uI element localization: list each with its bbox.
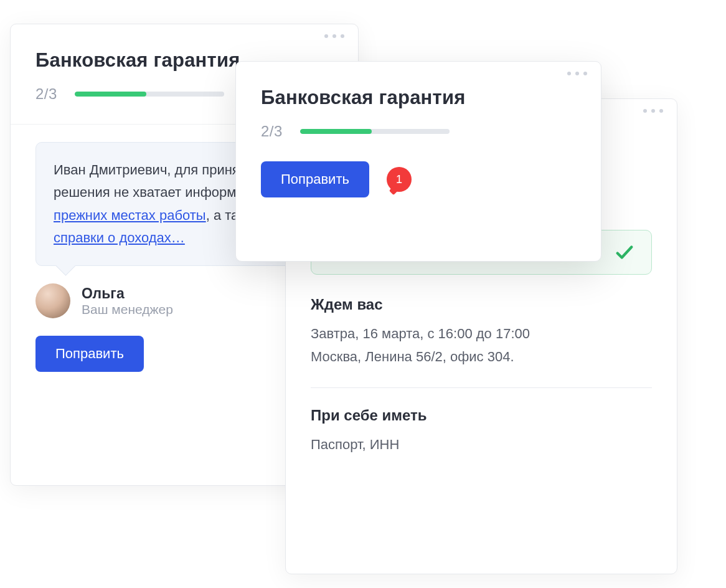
notification-count: 1 xyxy=(396,173,402,186)
wait-title: Ждем вас xyxy=(311,296,652,313)
more-icon[interactable] xyxy=(567,72,587,75)
progress-label: 2/3 xyxy=(261,123,283,140)
notification-badge[interactable]: 1 xyxy=(387,167,412,192)
progress-bar xyxy=(300,129,450,134)
divider xyxy=(311,387,652,388)
progress-label: 2/3 xyxy=(35,85,57,103)
wait-address: Москва, Ленина 56/2, офис 304. xyxy=(311,345,652,368)
manager-name: Ольга xyxy=(82,285,173,302)
more-icon[interactable] xyxy=(643,109,663,113)
link-previous-jobs[interactable]: прежних местах работы xyxy=(54,207,206,223)
link-income-certificate[interactable]: справки о доходах… xyxy=(54,230,185,245)
avatar xyxy=(35,283,70,318)
progress-row: 2/3 xyxy=(261,123,576,140)
wait-datetime: Завтра, 16 марта, с 16:00 до 17:00 xyxy=(311,322,652,345)
fix-button[interactable]: Поправить xyxy=(261,161,369,197)
progress-bar xyxy=(75,92,224,97)
bring-text: Паспорт, ИНН xyxy=(311,433,652,456)
more-icon[interactable] xyxy=(324,34,344,38)
manager-role: Ваш менеджер xyxy=(82,302,173,317)
bring-title: При себе иметь xyxy=(311,407,652,424)
fix-button[interactable]: Поправить xyxy=(35,336,144,372)
card-title: Банковская гарантия xyxy=(261,87,576,109)
check-icon xyxy=(614,242,635,263)
card-bank-guarantee-compact: Банковская гарантия 2/3 Поправить 1 xyxy=(235,61,601,262)
